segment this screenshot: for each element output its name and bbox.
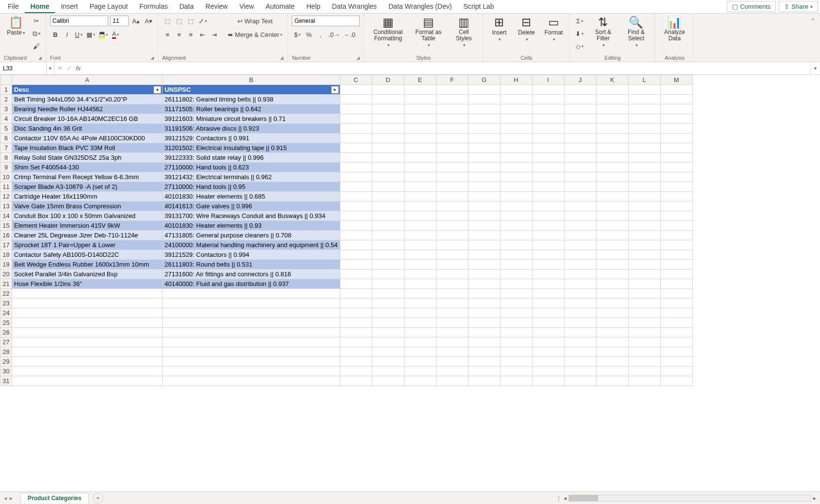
cell[interactable]: Cleaner 25L Degrease Jizer Deb-710-1124e — [12, 231, 163, 240]
clear-button[interactable]: ◇ — [574, 41, 585, 51]
cell[interactable] — [404, 308, 436, 318]
cell[interactable] — [628, 269, 660, 279]
cell[interactable] — [660, 211, 692, 221]
cell[interactable] — [468, 279, 500, 289]
cell[interactable] — [436, 172, 468, 182]
cell[interactable] — [436, 192, 468, 202]
increase-font-button[interactable]: A▴ — [131, 16, 141, 26]
format-cells-button[interactable]: ▭Format — [541, 16, 566, 43]
cell[interactable] — [404, 124, 436, 134]
cell[interactable] — [468, 269, 500, 279]
cell[interactable] — [340, 260, 372, 269]
cell[interactable] — [532, 202, 564, 211]
cell[interactable] — [340, 289, 372, 299]
cell[interactable] — [532, 134, 564, 143]
cell[interactable] — [163, 347, 340, 357]
cell[interactable] — [340, 153, 372, 163]
cell[interactable] — [468, 376, 500, 386]
cell[interactable] — [660, 143, 692, 153]
cell[interactable] — [564, 240, 596, 250]
cell[interactable] — [660, 308, 692, 318]
cell[interactable] — [660, 163, 692, 172]
cell[interactable] — [372, 250, 404, 260]
row-header[interactable]: 20 — [0, 269, 12, 279]
cell[interactable] — [660, 153, 692, 163]
autosum-button[interactable]: Σ — [574, 16, 585, 26]
cell[interactable] — [564, 347, 596, 357]
cell[interactable] — [436, 240, 468, 250]
cell[interactable] — [372, 124, 404, 134]
ribbon-tab-review[interactable]: Review — [200, 0, 234, 13]
cell[interactable] — [404, 172, 436, 182]
cell[interactable] — [436, 279, 468, 289]
cell[interactable] — [500, 289, 532, 299]
cell[interactable] — [660, 347, 692, 357]
cell[interactable]: 27110000: Hand tools || 0.623 — [163, 163, 340, 172]
cell[interactable] — [532, 240, 564, 250]
cell[interactable] — [340, 143, 372, 153]
cell[interactable] — [532, 221, 564, 231]
cell[interactable] — [436, 202, 468, 211]
cell[interactable] — [596, 328, 628, 337]
cell[interactable] — [628, 308, 660, 318]
cell[interactable] — [468, 95, 500, 104]
cell[interactable]: 39121432: Electrical terminals || 0.962 — [163, 172, 340, 182]
number-format-combo[interactable] — [292, 16, 360, 26]
cell[interactable] — [372, 318, 404, 328]
cell[interactable]: Contactor 110V 65A Ac 4Pole AB100C30KD00 — [12, 134, 163, 143]
cell[interactable] — [660, 231, 692, 240]
cell[interactable] — [12, 299, 163, 308]
cell[interactable] — [340, 192, 372, 202]
cell[interactable] — [564, 104, 596, 114]
hscroll-left[interactable]: ◂ — [564, 495, 567, 502]
cell[interactable] — [12, 347, 163, 357]
cell[interactable] — [372, 240, 404, 250]
cell[interactable]: Belt Timing 344xL050 34.4"x1/2"x0.20"P — [12, 95, 163, 104]
comma-button[interactable]: , — [315, 29, 326, 40]
cell[interactable] — [564, 95, 596, 104]
cell[interactable] — [436, 347, 468, 357]
cell[interactable] — [660, 192, 692, 202]
cell[interactable] — [436, 85, 468, 95]
cell[interactable] — [404, 347, 436, 357]
enter-formula-button[interactable]: ✓ — [67, 65, 72, 72]
cell[interactable] — [340, 328, 372, 337]
align-right-button[interactable]: ≡ — [185, 29, 196, 40]
cell[interactable] — [404, 95, 436, 104]
row-header[interactable]: 29 — [0, 357, 12, 367]
cell[interactable] — [436, 104, 468, 114]
cell[interactable] — [564, 143, 596, 153]
cell[interactable]: 40101830: Heater elements || 0.685 — [163, 192, 340, 202]
cell[interactable]: Shim Set F400544-130 — [12, 163, 163, 172]
cell[interactable] — [660, 299, 692, 308]
cell[interactable] — [628, 172, 660, 182]
cell[interactable] — [596, 95, 628, 104]
row-header[interactable]: 24 — [0, 308, 12, 318]
cell[interactable] — [372, 192, 404, 202]
format-painter-button[interactable]: 🖌 — [31, 41, 42, 51]
decrease-decimal-button[interactable]: ←.0 — [342, 29, 357, 40]
column-header-I[interactable]: I — [532, 75, 564, 85]
ribbon-tab-data-wrangles-dev-[interactable]: Data Wrangles (Dev) — [383, 0, 457, 13]
cell[interactable] — [596, 231, 628, 240]
cell[interactable] — [596, 124, 628, 134]
cell[interactable] — [372, 299, 404, 308]
tab-split-handle[interactable]: ⋮ — [556, 495, 562, 502]
cell[interactable] — [532, 337, 564, 347]
cell[interactable] — [628, 221, 660, 231]
cell[interactable] — [468, 163, 500, 172]
cell[interactable] — [12, 376, 163, 386]
cell[interactable] — [468, 299, 500, 308]
bold-button[interactable]: B — [50, 29, 61, 40]
cell[interactable] — [628, 85, 660, 95]
cell[interactable] — [564, 134, 596, 143]
cell[interactable] — [564, 299, 596, 308]
cell[interactable] — [340, 95, 372, 104]
ribbon-tab-view[interactable]: View — [234, 0, 260, 13]
row-header[interactable]: 6 — [0, 134, 12, 143]
cell[interactable] — [500, 211, 532, 221]
cell[interactable] — [468, 250, 500, 260]
cell[interactable] — [436, 153, 468, 163]
cell[interactable] — [468, 367, 500, 376]
analyze-data-button[interactable]: 📊Analyze Data — [659, 16, 689, 43]
